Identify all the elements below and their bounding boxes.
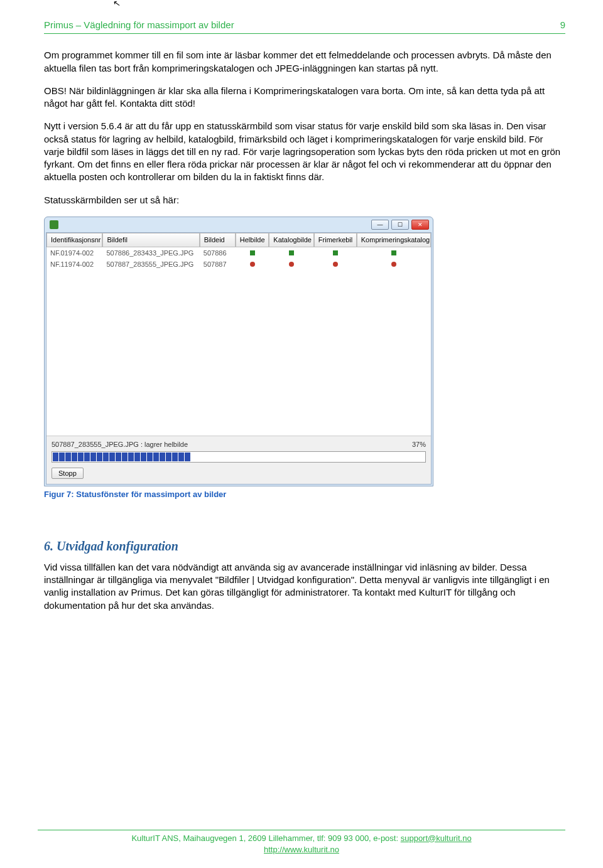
status-area: 507887_283555_JPEG.JPG : lagrer helbilde… <box>46 436 431 485</box>
progress-percent: 37% <box>412 440 426 449</box>
page-number: 9 <box>560 19 565 31</box>
table-row: NF.01974-002 507886_283433_JPEG.JPG 5078… <box>46 247 431 259</box>
cell-frimerkebilde <box>314 259 357 270</box>
window-client-area: Identifikasjonsnr Bildefil Bildeid Helbi… <box>46 232 432 485</box>
app-icon <box>50 220 58 229</box>
figure-caption: Figur 7: Statusfönster för massimport av… <box>44 489 433 500</box>
status-window-figure: ↖ — ☐ ✕ Identifikasjonsnr Bildefil Bilde… <box>44 217 433 500</box>
col-header-helbilde[interactable]: Helbilde <box>236 233 269 247</box>
footer-line-1: KulturIT ANS, Maihaugvegen 1, 2609 Lille… <box>38 833 565 844</box>
status-ok-icon <box>333 250 338 255</box>
status-ok-icon <box>250 250 255 255</box>
col-header-katalogbilde[interactable]: Katalogbilde <box>269 233 314 247</box>
paragraph-2: OBS! När bildinläggningen är klar ska al… <box>44 85 565 110</box>
footer-email[interactable]: support@kulturit.no <box>401 833 472 843</box>
status-ok-icon <box>289 250 294 255</box>
col-header-id[interactable]: Identifikasjonsnr <box>46 233 102 247</box>
window-titlebar: ↖ — ☐ ✕ <box>46 218 432 232</box>
cell-katalogbilde <box>269 259 313 270</box>
paragraph-1: Om programmet kommer till en fil som int… <box>44 49 565 75</box>
cell-frimerkebilde <box>314 248 357 259</box>
cell-komprimering <box>357 259 431 270</box>
status-fail-icon <box>289 262 294 267</box>
paragraph-4: Statusskärmbilden ser ut så här: <box>44 194 565 206</box>
cell-id: NF.11974-002 <box>46 259 102 270</box>
status-fail-icon <box>250 262 255 267</box>
cell-helbilde <box>236 259 269 270</box>
status-fail-icon <box>333 262 338 267</box>
col-header-bildeid[interactable]: Bildeid <box>200 233 236 247</box>
page-header: Primus – Vägledning för massimport av bi… <box>44 19 565 34</box>
window-frame: ↖ — ☐ ✕ Identifikasjonsnr Bildefil Bilde… <box>44 217 433 487</box>
body-content: Om programmet kommer till en fil som int… <box>44 49 565 206</box>
section-heading-6: 6. Utvidgad konfiguration <box>44 538 565 555</box>
cell-komprimering <box>357 248 431 259</box>
stop-button[interactable]: Stopp <box>52 468 84 479</box>
close-button[interactable]: ✕ <box>411 220 429 230</box>
cell-file: 507887_283555_JPEG.JPG <box>102 259 199 270</box>
status-text: 507887_283555_JPEG.JPG : lagrer helbilde <box>52 440 188 449</box>
maximize-button[interactable]: ☐ <box>391 220 409 230</box>
progress-bar-fill <box>52 452 425 462</box>
cell-bildeid: 507886 <box>200 248 236 259</box>
cell-helbilde <box>236 248 269 259</box>
cell-id: NF.01974-002 <box>46 248 102 259</box>
section-6-text: Vid vissa tillfällen kan det vara nödvän… <box>44 561 565 612</box>
progress-bar <box>52 451 426 463</box>
cursor-icon: ↖ <box>112 0 121 10</box>
status-fail-icon <box>391 262 396 267</box>
footer-url[interactable]: http://www.kulturit.no <box>38 844 565 855</box>
page-footer: KulturIT ANS, Maihaugvegen 1, 2609 Lille… <box>38 830 565 855</box>
grid-header: Identifikasjonsnr Bildefil Bildeid Helbi… <box>46 233 431 247</box>
col-header-komprimeringskatalog[interactable]: Komprimeringskatalog <box>357 233 431 247</box>
col-header-frimerkebilde[interactable]: Frimerkebil <box>314 233 357 247</box>
paragraph-3: Nytt i version 5.6.4 är att du får upp e… <box>44 120 565 183</box>
cell-file: 507886_283433_JPEG.JPG <box>102 248 199 259</box>
status-ok-icon <box>391 250 396 255</box>
table-row: NF.11974-002 507887_283555_JPEG.JPG 5078… <box>46 259 431 271</box>
minimize-button[interactable]: — <box>371 220 389 230</box>
grid-body: NF.01974-002 507886_283433_JPEG.JPG 5078… <box>46 247 431 436</box>
header-title: Primus – Vägledning för massimport av bi… <box>44 19 234 31</box>
cell-bildeid: 507887 <box>200 259 236 270</box>
col-header-file[interactable]: Bildefil <box>102 233 199 247</box>
cell-katalogbilde <box>269 248 313 259</box>
